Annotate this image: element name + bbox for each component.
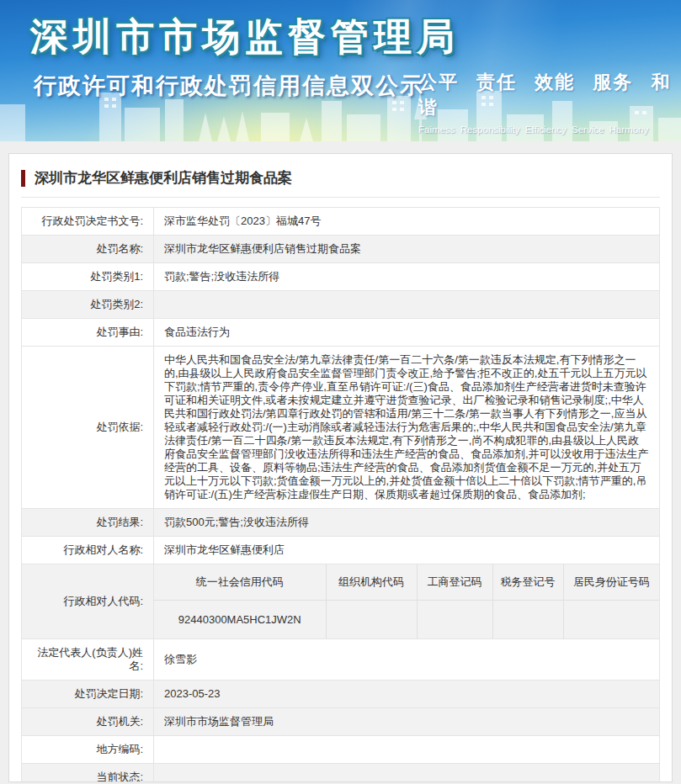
row-value: 2023-05-23 <box>154 681 660 708</box>
row-label: 行政相对人名称: <box>22 537 154 564</box>
row-value: 中华人民共和国食品安全法/第九章法律责任/第一百二十六条/第一款违反本法规定,有… <box>154 347 660 509</box>
page-title: 深圳市龙华区鲜惠便利店销售过期食品案 <box>35 168 292 188</box>
row-penalty-result: 处罚结果: 罚款500元;警告;没收违法所得 <box>22 509 660 537</box>
row-value <box>154 764 660 783</box>
row-penalty-reason: 处罚事由: 食品违法行为 <box>22 319 660 347</box>
case-title-row: 深圳市龙华区鲜惠便利店销售过期食品案 <box>9 154 672 197</box>
row-value: 罚款500元;警告;没收违法所得 <box>154 509 660 537</box>
site-motto: 公平 责任 效能 服务 和谐 Faimess Responsibility Ef… <box>418 70 681 135</box>
codes-col-business-reg: 工商登记码 <box>417 564 492 601</box>
row-label: 处罚结果: <box>22 509 154 537</box>
row-label: 处罚类别2: <box>22 291 154 319</box>
row-label: 处罚依据: <box>22 347 154 509</box>
row-label: 当前状态: <box>22 764 154 783</box>
row-value: 食品违法行为 <box>154 319 660 347</box>
title-divider <box>21 197 660 198</box>
row-label: 处罚事由: <box>22 319 154 347</box>
row-penalty-authority: 处罚机关: 深圳市市场监督管理局 <box>22 708 660 736</box>
row-label: 处罚类别1: <box>22 263 154 291</box>
row-value: 深市监华处罚〔2023〕福城47号 <box>154 208 660 236</box>
title-accent-bar <box>21 170 25 187</box>
row-penalty-category-1: 处罚类别1: 罚款;警告;没收违法所得 <box>22 263 660 291</box>
site-banner: 深圳市市场监督管理局 行政许可和行政处罚信用信息双公示 公平 责任 效能 服务 … <box>0 0 681 141</box>
codes-col-tax-reg: 税务登记号 <box>492 564 563 601</box>
row-decision-number: 行政处罚决定书文号: 深市监华处罚〔2023〕福城47号 <box>22 208 660 236</box>
row-decision-date: 处罚决定日期: 2023-05-23 <box>22 681 660 708</box>
row-counterpart-name: 行政相对人名称: 深圳市龙华区鲜惠便利店 <box>22 537 660 564</box>
row-penalty-name: 处罚名称: 深圳市龙华区鲜惠便利店销售过期食品案 <box>22 236 660 263</box>
row-value: 罚款;警告;没收违法所得 <box>154 263 660 291</box>
row-label: 处罚名称: <box>22 236 154 263</box>
codes-value-tax-reg <box>492 601 563 639</box>
codes-table: 统一社会信用代码 组织机构代码 工商登记码 税务登记号 居民身份证号码 9244… <box>154 564 659 638</box>
row-current-status: 当前状态: <box>22 764 660 783</box>
row-value: 徐雪影 <box>154 639 660 681</box>
content-card: 深圳市龙华区鲜惠便利店销售过期食品案 行政处罚决定书文号: 深市监华处罚〔202… <box>8 153 673 782</box>
codes-col-org-code: 组织机构代码 <box>326 564 417 601</box>
codes-header-row: 统一社会信用代码 组织机构代码 工商登记码 税务登记号 居民身份证号码 <box>154 564 659 601</box>
codes-value-credit-code: 92440300MA5HC1JW2N <box>154 601 326 639</box>
penalty-info-table: 行政处罚决定书文号: 深市监华处罚〔2023〕福城47号 处罚名称: 深圳市龙华… <box>21 207 660 782</box>
row-penalty-category-2: 处罚类别2: <box>22 291 660 319</box>
motto-chinese: 公平 责任 效能 服务 和谐 <box>418 70 681 120</box>
codes-col-id-number: 居民身份证号码 <box>563 564 659 601</box>
row-value: 深圳市龙华区鲜惠便利店销售过期食品案 <box>154 236 660 263</box>
site-subtitle: 行政许可和行政处罚信用信息双公示 <box>34 71 424 101</box>
row-counterpart-codes: 行政相对人代码: 统一社会信用代码 组织机构代码 工商登记码 税 <box>22 564 660 639</box>
row-label: 处罚机关: <box>22 708 154 736</box>
row-penalty-basis: 处罚依据: 中华人民共和国食品安全法/第九章法律责任/第一百二十六条/第一款违反… <box>22 347 660 509</box>
row-label: 行政相对人代码: <box>22 564 154 639</box>
row-legal-representative: 法定代表人(负责人)姓名: 徐雪影 <box>22 639 660 681</box>
codes-col-credit-code: 统一社会信用代码 <box>154 564 326 601</box>
row-value <box>154 736 660 764</box>
codes-value-org-code <box>326 601 417 639</box>
row-label: 法定代表人(负责人)姓名: <box>22 639 154 681</box>
row-value <box>154 291 660 319</box>
row-label: 处罚决定日期: <box>22 681 154 708</box>
motto-english: Faimess Responsibility Efficiency Servic… <box>418 124 681 135</box>
row-local-code: 地方编码: <box>22 736 660 764</box>
site-title: 深圳市市场监督管理局 <box>30 12 460 62</box>
codes-value-row: 92440300MA5HC1JW2N <box>154 601 659 639</box>
codes-value-business-reg <box>417 601 492 639</box>
row-label: 地方编码: <box>22 736 154 764</box>
row-label: 行政处罚决定书文号: <box>22 208 154 236</box>
row-value: 深圳市市场监督管理局 <box>154 708 660 736</box>
row-value: 深圳市龙华区鲜惠便利店 <box>154 537 660 564</box>
codes-value-id-number <box>563 601 659 639</box>
codes-cell: 统一社会信用代码 组织机构代码 工商登记码 税务登记号 居民身份证号码 9244… <box>154 564 660 639</box>
